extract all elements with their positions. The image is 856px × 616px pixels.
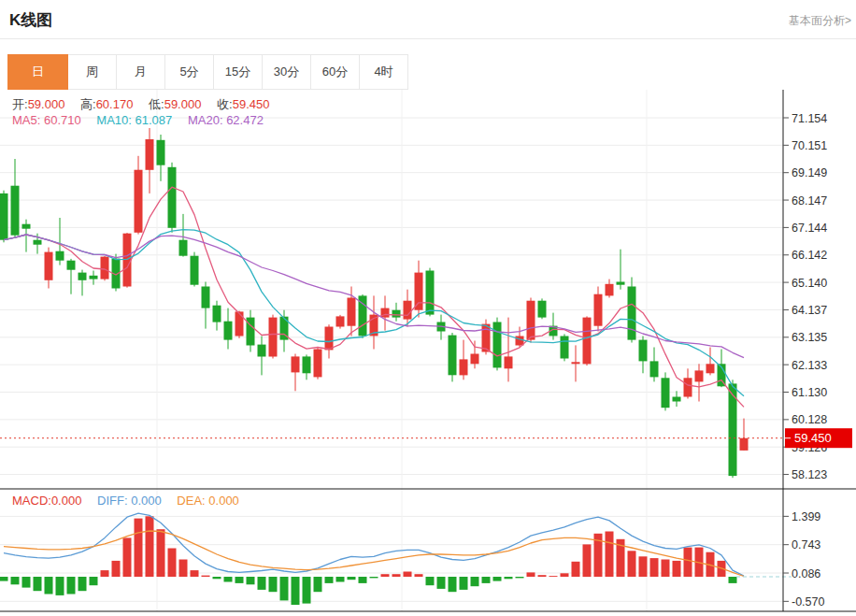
svg-text:67.144: 67.144 bbox=[792, 222, 827, 235]
price-axis: 71.15470.15169.14968.14767.14466.14265.1… bbox=[783, 112, 827, 482]
svg-text:1.399: 1.399 bbox=[792, 510, 820, 523]
page-title: K线图 bbox=[0, 0, 856, 31]
svg-text:61.130: 61.130 bbox=[792, 386, 827, 399]
svg-text:66.142: 66.142 bbox=[792, 249, 827, 262]
tab-周[interactable]: 周 bbox=[68, 54, 117, 90]
candles-layer bbox=[0, 128, 749, 478]
svg-text:60.128: 60.128 bbox=[792, 413, 827, 426]
current-price-badge: 59.450 bbox=[784, 428, 852, 448]
svg-text:63.135: 63.135 bbox=[792, 331, 827, 344]
svg-text:69.149: 69.149 bbox=[792, 166, 827, 179]
svg-text:0.743: 0.743 bbox=[792, 538, 820, 552]
svg-text:65.140: 65.140 bbox=[792, 277, 827, 290]
tab-15分[interactable]: 15分 bbox=[214, 54, 263, 90]
svg-text:71.154: 71.154 bbox=[792, 112, 827, 125]
tab-月[interactable]: 月 bbox=[117, 54, 165, 90]
svg-text:62.133: 62.133 bbox=[792, 359, 827, 372]
svg-text:68.147: 68.147 bbox=[792, 194, 827, 208]
macd-axis: 1.3990.7430.086-0.570 bbox=[783, 510, 824, 609]
period-tabbar: 日周月5分15分30分60分4时 bbox=[7, 54, 408, 90]
tab-日[interactable]: 日 bbox=[7, 54, 68, 90]
svg-text:0.086: 0.086 bbox=[792, 567, 820, 580]
tab-30分[interactable]: 30分 bbox=[263, 54, 311, 90]
gridlines bbox=[0, 90, 783, 611]
svg-text:59.450: 59.450 bbox=[794, 431, 832, 445]
macd-histogram bbox=[0, 516, 737, 605]
widget-header: K线图 基本面分析> bbox=[0, 0, 856, 39]
svg-text:70.151: 70.151 bbox=[792, 139, 827, 152]
kline-chart-canvas[interactable]: 71.15470.15169.14968.14767.14466.14265.1… bbox=[0, 0, 856, 616]
tab-60分[interactable]: 60分 bbox=[311, 54, 360, 90]
tab-4时[interactable]: 4时 bbox=[360, 54, 408, 90]
svg-text:58.123: 58.123 bbox=[792, 468, 827, 481]
tab-5分[interactable]: 5分 bbox=[165, 54, 214, 90]
svg-text:-0.570: -0.570 bbox=[792, 595, 824, 609]
svg-text:64.137: 64.137 bbox=[792, 304, 827, 317]
fundamental-analysis-link[interactable]: 基本面分析> bbox=[789, 13, 851, 29]
